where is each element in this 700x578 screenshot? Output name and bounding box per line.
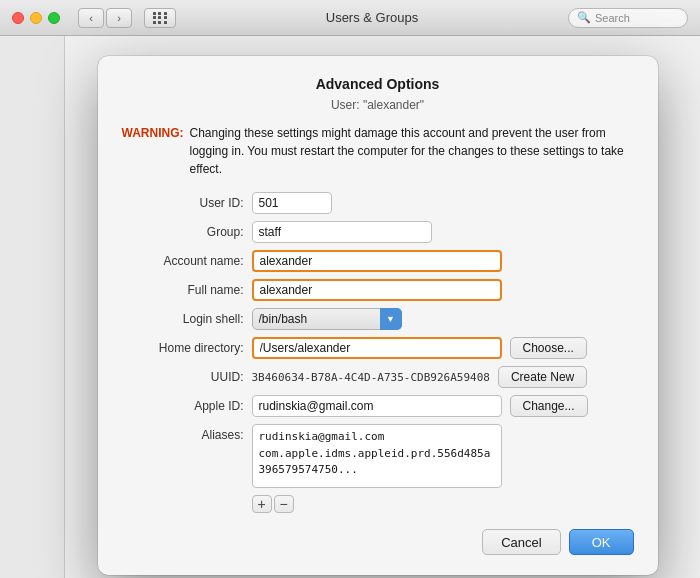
user-id-row: User ID: [122,192,634,214]
uuid-value: 3B460634-B78A-4C4D-A735-CDB926A59408 [252,371,490,384]
home-directory-input[interactable] [252,337,502,359]
uuid-group: 3B460634-B78A-4C4D-A735-CDB926A59408 Cre… [252,366,588,388]
home-directory-row: Home directory: Choose... [122,337,634,359]
apple-id-input[interactable] [252,395,502,417]
sidebar [0,36,65,578]
advanced-options-dialog: Advanced Options User: "alexander" WARNI… [98,56,658,575]
dialog-title: Advanced Options [122,76,634,92]
ok-button[interactable]: OK [569,529,634,555]
uuid-label: UUID: [122,370,252,384]
dialog-container: Advanced Options User: "alexander" WARNI… [65,36,700,578]
dialog-subtitle: User: "alexander" [122,98,634,112]
home-dir-group: Choose... [252,337,587,359]
user-id-label: User ID: [122,196,252,210]
full-name-input[interactable] [252,279,502,301]
minimize-button[interactable] [30,12,42,24]
full-name-label: Full name: [122,283,252,297]
login-shell-select[interactable]: /bin/bash /bin/zsh /bin/sh [252,308,402,330]
warning-text: Changing these settings might damage thi… [190,124,634,178]
apple-id-group: Change... [252,395,588,417]
user-value: "alexander" [363,98,424,112]
titlebar: ‹ › Users & Groups 🔍 Search [0,0,700,36]
main-content: Advanced Options User: "alexander" WARNI… [0,36,700,578]
alias-add-button[interactable]: + [252,495,272,513]
group-row: Group: [122,221,634,243]
search-box[interactable]: 🔍 Search [568,8,688,28]
window-title: Users & Groups [184,10,560,25]
user-label: User: [331,98,360,112]
group-label: Group: [122,225,252,239]
aliases-label: Aliases: [122,424,252,442]
create-new-button[interactable]: Create New [498,366,587,388]
uuid-row: UUID: 3B460634-B78A-4C4D-A735-CDB926A594… [122,366,634,388]
home-directory-label: Home directory: [122,341,252,355]
login-shell-label: Login shell: [122,312,252,326]
aliases-group: rudinskia@gmail.com com.apple.idms.apple… [252,424,502,513]
back-button[interactable]: ‹ [78,8,104,28]
change-button[interactable]: Change... [510,395,588,417]
alias-remove-button[interactable]: − [274,495,294,513]
nav-buttons: ‹ › [78,8,132,28]
dialog-footer: Cancel OK [122,529,634,555]
user-id-input[interactable] [252,192,332,214]
choose-button[interactable]: Choose... [510,337,587,359]
grid-button[interactable] [144,8,176,28]
search-icon: 🔍 [577,11,591,24]
aliases-textarea[interactable]: rudinskia@gmail.com com.apple.idms.apple… [252,424,502,488]
aliases-row: Aliases: rudinskia@gmail.com com.apple.i… [122,424,634,513]
account-name-label: Account name: [122,254,252,268]
login-shell-wrapper: /bin/bash /bin/zsh /bin/sh ▼ [252,308,402,330]
aliases-controls: + − [252,495,502,513]
cancel-button[interactable]: Cancel [482,529,560,555]
maximize-button[interactable] [48,12,60,24]
apple-id-row: Apple ID: Change... [122,395,634,417]
login-shell-row: Login shell: /bin/bash /bin/zsh /bin/sh … [122,308,634,330]
apple-id-label: Apple ID: [122,399,252,413]
group-input[interactable] [252,221,432,243]
warning-label: WARNING: [122,124,184,178]
full-name-row: Full name: [122,279,634,301]
search-placeholder: Search [595,12,630,24]
forward-button[interactable]: › [106,8,132,28]
account-name-row: Account name: [122,250,634,272]
traffic-lights [12,12,60,24]
account-name-input[interactable] [252,250,502,272]
close-button[interactable] [12,12,24,24]
warning-block: WARNING: Changing these settings might d… [122,124,634,178]
